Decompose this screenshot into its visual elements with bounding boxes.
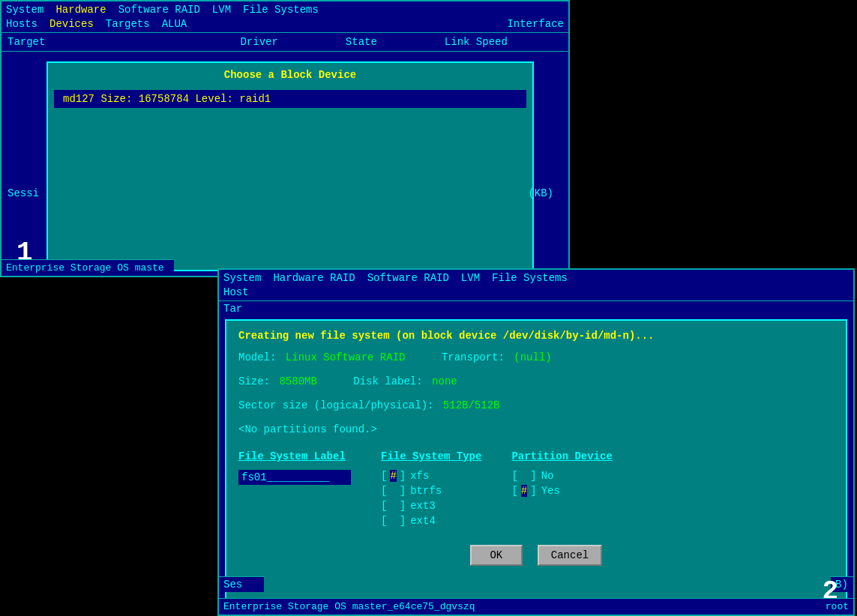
disk-label-value: none (432, 375, 457, 387)
transport-label: Transport: (442, 351, 505, 363)
fs-label-col: File System Label (238, 450, 351, 485)
root-label: root (826, 601, 849, 612)
w2-menu-filesystems[interactable]: File Systems (492, 272, 568, 284)
partition-device-col: Partition Device [ ] No [#] Yes (511, 450, 612, 497)
fs-label-input[interactable] (238, 470, 351, 485)
partition-yes-label: Yes (541, 485, 560, 497)
button-row: OK Cancel (238, 545, 834, 566)
fs-type-xfs[interactable]: [#] xfs (381, 470, 481, 482)
size-value: 8580MB (279, 375, 316, 387)
sector-label: Sector size (logical/physical): (238, 399, 433, 411)
partition-no[interactable]: [ ] No (511, 470, 612, 482)
dialog2-title: Creating new file system (on block devic… (238, 330, 834, 342)
menubar1-row1: System Hardware Software RAID LVM File S… (1, 1, 568, 18)
fs-ext4-label: ext4 (410, 515, 436, 527)
disk-label-label: Disk label: (353, 375, 422, 387)
dialog2-sector-row: Sector size (logical/physical): 512B/512… (238, 397, 834, 415)
menu-devices[interactable]: Devices (49, 18, 94, 30)
fs-type-col: File System Type [#] xfs [ ] btrfs [ ] e… (381, 450, 481, 527)
enterprise-label1: Enterprise Storage OS maste (1, 259, 174, 276)
w2-menu-host[interactable]: Host (223, 286, 249, 298)
col-state: State (346, 36, 377, 48)
menu-system[interactable]: System (6, 4, 43, 16)
size-label: Size: (238, 375, 270, 387)
fs-label-header: File System Label (238, 450, 351, 462)
menu-lvm[interactable]: LVM (212, 4, 231, 16)
cancel-button[interactable]: Cancel (538, 545, 602, 566)
partition-no-label: No (541, 470, 554, 482)
block-device-dialog: Choose a Block Device md127 Size: 167587… (46, 61, 534, 271)
menu-hardware-raid[interactable]: Hardware (55, 4, 106, 16)
fs-type-header: File System Type (381, 450, 481, 462)
fs-ext3-label: ext3 (410, 500, 436, 512)
partition-device-header: Partition Device (511, 450, 612, 462)
enterprise-text2: Enterprise Storage OS master_e64ce75_dgv… (223, 601, 475, 612)
w2-menubar-row1: System Hardware RAID Software RAID LVM F… (219, 270, 853, 286)
w2-menu-lvm[interactable]: LVM (461, 272, 480, 284)
menu-interface[interactable]: Interface (507, 18, 564, 30)
w2-menu-hardware-raid[interactable]: Hardware RAID (273, 272, 355, 284)
menu-filesystems[interactable]: File Systems (243, 4, 319, 16)
form-section: File System Label File System Type [#] x… (238, 450, 834, 566)
form-row: File System Label File System Type [#] x… (238, 450, 834, 527)
sector-value: 512B/512B (443, 399, 500, 411)
model-value: Linux Software RAID (286, 351, 406, 363)
model-label: Model: (238, 351, 276, 363)
window2: System Hardware RAID Software RAID LVM F… (217, 268, 855, 616)
kb-label: (KB) (528, 187, 553, 199)
col-driver: Driver (240, 36, 277, 48)
transport-value: (null) (514, 351, 551, 363)
col-linkspeed: Link Speed (445, 36, 508, 48)
w2-menu-system[interactable]: System (223, 272, 261, 284)
fs-btrfs-label: btrfs (410, 485, 442, 497)
w2-menubar-row2: Host (219, 286, 853, 301)
menu-targets[interactable]: Targets (106, 18, 150, 30)
fs-xfs-label: xfs (410, 470, 429, 482)
fs-type-ext4[interactable]: [ ] ext4 (381, 515, 481, 527)
device-item[interactable]: md127 Size: 16758784 Level: raid1 (54, 90, 526, 108)
fs-type-btrfs[interactable]: [ ] btrfs (381, 485, 481, 497)
col-target: Target (7, 36, 45, 48)
w2-ses-label: Ses (223, 579, 242, 591)
w2-tar-label: Tar (223, 303, 242, 315)
dialog2-size-row: Size: 8580MB Disk label: none (238, 373, 834, 391)
w2-menu-software-raid[interactable]: Software RAID (367, 272, 449, 284)
filesystem-dialog: Creating new file system (on block devic… (225, 319, 847, 604)
w2-ses-area: Ses (219, 576, 264, 592)
window1: System Hardware Software RAID LVM File S… (0, 0, 570, 277)
ok-button[interactable]: OK (470, 545, 523, 566)
enterprise-label2: Enterprise Storage OS master_e64ce75_dgv… (219, 598, 853, 615)
dialog2-model-row: Model: Linux Software RAID Transport: (n… (238, 349, 834, 367)
table-header: Target Driver State Link Speed (1, 32, 568, 52)
no-partitions: <No partitions found.> (238, 423, 834, 435)
menu-hosts[interactable]: Hosts (6, 18, 37, 30)
sessi-label: Sessi (7, 187, 39, 199)
partition-yes[interactable]: [#] Yes (511, 485, 612, 497)
fs-type-ext3[interactable]: [ ] ext3 (381, 500, 481, 512)
menu-alua[interactable]: ALUA (162, 18, 187, 30)
w2-tar-area: Tar (219, 301, 853, 316)
menu-software-raid[interactable]: Software RAID (118, 4, 200, 16)
menubar1-row2: Hosts Devices Targets ALUA Interface (1, 18, 568, 32)
dialog1-title: Choose a Block Device (48, 63, 532, 87)
